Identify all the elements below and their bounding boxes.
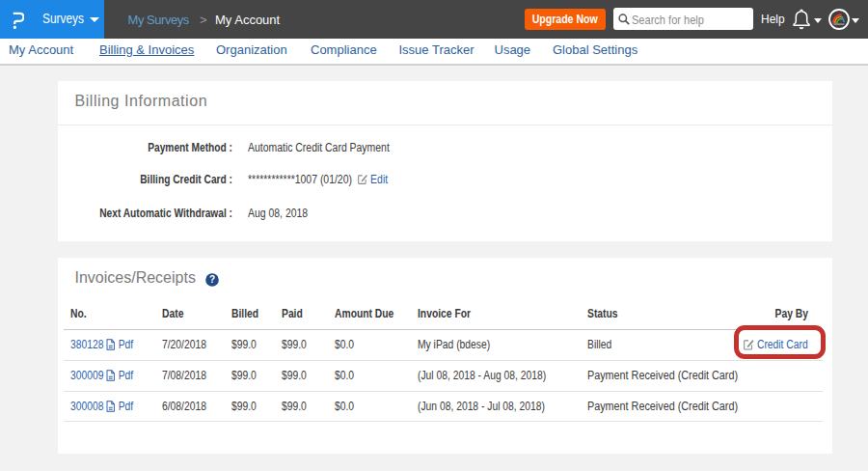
svg-text:?: ? — [209, 274, 215, 285]
